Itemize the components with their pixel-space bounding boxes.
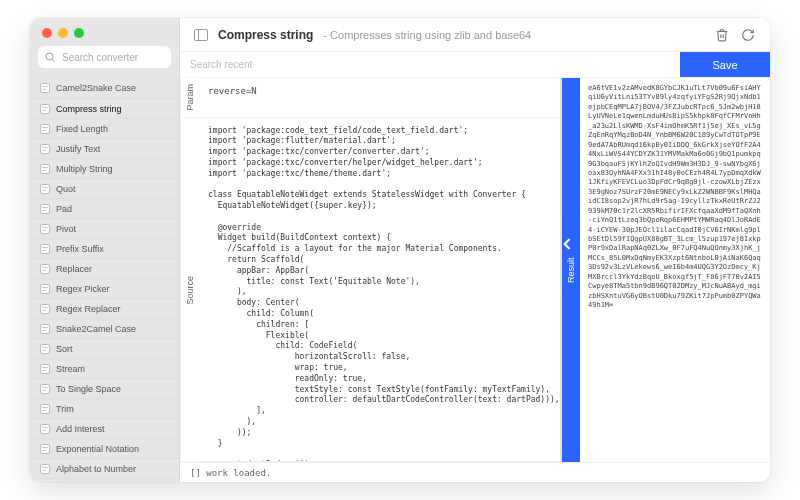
list-item-icon: [40, 164, 50, 174]
result-body[interactable]: eA6tVE1v2zAMvedK8GYbCJK1uTLt7Vb09u6FsiAH…: [580, 78, 770, 462]
sidebar-item-label: Pad: [56, 204, 72, 214]
page-subtitle: - Compresses string using zlib and base6…: [323, 29, 531, 41]
sidebar-item-label: Multiply String: [56, 164, 113, 174]
sidebar-item[interactable]: To Single Space: [30, 378, 179, 398]
search-input[interactable]: [38, 46, 171, 68]
app-window: Camel2Snake CaseCompress stringFixed Len…: [30, 18, 770, 482]
param-panel: Param reverse=N: [180, 78, 560, 118]
window-controls: [30, 18, 179, 46]
sidebar-item-label: Stream: [56, 364, 85, 374]
page-title: Compress string: [218, 28, 313, 42]
sidebar-item-label: Justify Text: [56, 144, 100, 154]
list-item-icon: [40, 224, 50, 234]
sidebar-item-label: To Single Space: [56, 384, 121, 394]
source-panel: Source import 'package:code_text_field/c…: [180, 118, 560, 462]
list-item-icon: [40, 404, 50, 414]
save-button[interactable]: Save: [680, 52, 770, 77]
list-item-icon: [40, 124, 50, 134]
trash-icon[interactable]: [714, 27, 730, 43]
status-bar: [] work loaded.: [180, 462, 770, 482]
sidebar-item-label: Sort: [56, 344, 73, 354]
main-area: Compress string - Compresses string usin…: [180, 18, 770, 482]
list-item-icon: [40, 324, 50, 334]
sidebar-item-label: Regex Replacer: [56, 304, 121, 314]
content-area: Param reverse=N Source import 'package:c…: [180, 78, 770, 462]
list-item-icon: [40, 184, 50, 194]
sidebar-item-label: Snake2Camel Case: [56, 324, 136, 334]
sidebar-item[interactable]: Camel2Snake Case: [30, 78, 179, 98]
sidebar-item[interactable]: Regex Picker: [30, 278, 179, 298]
sidebar: Camel2Snake CaseCompress stringFixed Len…: [30, 18, 180, 482]
sidebar-item[interactable]: Add Interest: [30, 418, 179, 438]
list-item-icon: [40, 304, 50, 314]
minimize-window-button[interactable]: [58, 28, 68, 38]
param-label: Param: [180, 78, 198, 117]
sidebar-item[interactable]: Pad: [30, 198, 179, 218]
result-label[interactable]: Result: [562, 78, 580, 462]
sidebar-item[interactable]: Sort: [30, 338, 179, 358]
list-item-icon: [40, 284, 50, 294]
refresh-icon[interactable]: [740, 27, 756, 43]
source-label: Source: [180, 118, 198, 461]
param-body[interactable]: reverse=N: [198, 78, 560, 117]
list-item-icon: [40, 344, 50, 354]
sidebar-item[interactable]: Stream: [30, 358, 179, 378]
sidebar-item-label: Pivot: [56, 224, 76, 234]
sidebar-item-label: Alphabet to Number: [56, 464, 136, 474]
list-item-icon: [40, 264, 50, 274]
sidebar-item-label: Replacer: [56, 264, 92, 274]
sidebar-item[interactable]: Replacer: [30, 258, 179, 278]
sidebar-item-label: Regex Picker: [56, 284, 110, 294]
list-item-icon: [40, 364, 50, 374]
panel-icon: [194, 29, 208, 41]
sidebar-item-label: Exponential Notation: [56, 444, 139, 454]
sidebar-item[interactable]: Trim: [30, 398, 179, 418]
search-recent-input[interactable]: [180, 52, 680, 77]
sidebar-item[interactable]: Regex Replacer: [30, 298, 179, 318]
list-item-icon: [40, 83, 50, 93]
sidebar-item[interactable]: Prefix Suffix: [30, 238, 179, 258]
sidebar-item[interactable]: Snake2Camel Case: [30, 318, 179, 338]
sidebar-item-label: Camel2Snake Case: [56, 83, 136, 93]
sidebar-item-label: Quot: [56, 184, 76, 194]
close-window-button[interactable]: [42, 28, 52, 38]
sidebar-item[interactable]: Regex Filter: [30, 478, 179, 482]
sidebar-item[interactable]: Quot: [30, 178, 179, 198]
sidebar-item-label: Fixed Length: [56, 124, 108, 134]
sidebar-item[interactable]: Compress string: [30, 98, 179, 118]
list-item-icon: [40, 464, 50, 474]
sidebar-item-label: Add Interest: [56, 424, 105, 434]
zoom-window-button[interactable]: [74, 28, 84, 38]
list-item-icon: [40, 204, 50, 214]
sidebar-item[interactable]: Fixed Length: [30, 118, 179, 138]
status-text: [] work loaded.: [190, 468, 271, 478]
left-column: Param reverse=N Source import 'package:c…: [180, 78, 562, 462]
header: Compress string - Compresses string usin…: [180, 18, 770, 52]
sidebar-item-label: Compress string: [56, 104, 122, 114]
list-item-icon: [40, 424, 50, 434]
sidebar-item[interactable]: Pivot: [30, 218, 179, 238]
sidebar-item[interactable]: Exponential Notation: [30, 438, 179, 458]
list-item-icon: [40, 144, 50, 154]
right-column: Result eA6tVE1v2zAMvedK8GYbCJK1uTLt7Vb09…: [562, 78, 770, 462]
list-item-icon: [40, 244, 50, 254]
sidebar-item[interactable]: Alphabet to Number: [30, 458, 179, 478]
sidebar-item[interactable]: Multiply String: [30, 158, 179, 178]
list-item-icon: [40, 444, 50, 454]
sidebar-item-label: Prefix Suffix: [56, 244, 104, 254]
sidebar-item[interactable]: Justify Text: [30, 138, 179, 158]
converter-list: Camel2Snake CaseCompress stringFixed Len…: [30, 76, 179, 482]
list-item-icon: [40, 104, 50, 114]
list-item-icon: [40, 384, 50, 394]
sidebar-item-label: Trim: [56, 404, 74, 414]
toolbar: Save: [180, 52, 770, 78]
source-body[interactable]: import 'package:code_text_field/code_tex…: [198, 118, 560, 461]
